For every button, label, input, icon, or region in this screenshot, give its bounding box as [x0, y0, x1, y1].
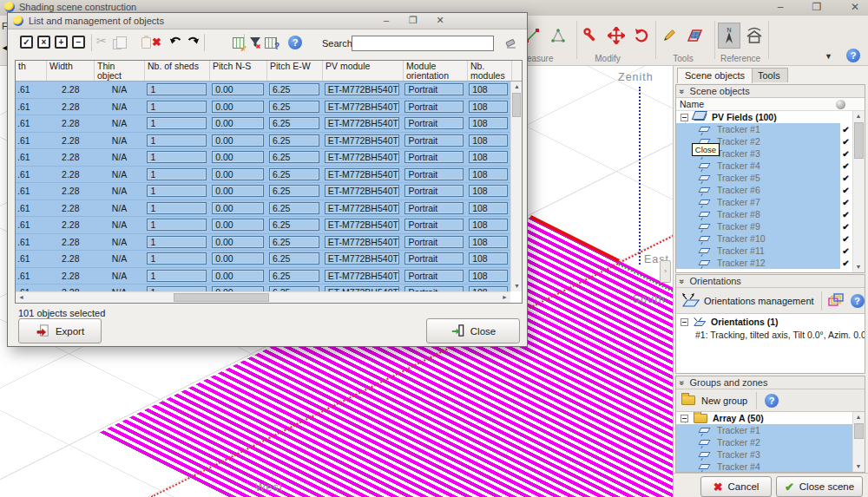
rotate-icon[interactable] [630, 24, 653, 47]
redo-icon[interactable] [187, 36, 201, 51]
table-row[interactable]: .612.28N/A10.006.25ET-M772BH540TWPortrai… [16, 115, 510, 133]
tree-item-tracker[interactable]: Tracker #10 [676, 232, 840, 245]
table-cell[interactable]: 0.00 [209, 167, 266, 183]
table-cell[interactable]: 108 [466, 99, 510, 115]
cell-editor[interactable]: 1 [147, 202, 207, 214]
dialog-titlebar[interactable]: List and management of objects – ❐ ✕ [8, 13, 527, 29]
table-cell[interactable]: 108 [466, 149, 510, 166]
tree-collapse-icon[interactable] [681, 318, 688, 326]
scroll-up-icon[interactable]: ▲ [511, 82, 523, 92]
table-cell[interactable]: N/A [95, 284, 145, 291]
table-cell[interactable]: .61 [16, 234, 47, 251]
tree-item-tracker[interactable]: Tracker #11 [676, 245, 840, 257]
table-cell[interactable]: 1 [144, 200, 209, 217]
table-cell[interactable]: .61 [16, 284, 47, 291]
table-cell[interactable]: 2.28 [47, 167, 95, 183]
table-cell[interactable]: 1 [144, 82, 209, 98]
help-icon[interactable]: ? [765, 394, 779, 408]
scrollbar-thumb[interactable] [854, 122, 864, 159]
help-icon[interactable]: ? [288, 36, 302, 49]
tree-item-tracker[interactable]: Tracker #4 [676, 461, 852, 472]
zone-tool-icon[interactable] [682, 24, 705, 47]
table-cell[interactable]: 1 [144, 149, 209, 166]
column-header[interactable]: Thin object [95, 61, 145, 81]
table-cell[interactable]: N/A [95, 234, 145, 251]
table-cell[interactable]: Portrait [402, 115, 466, 132]
copy-icon[interactable] [113, 39, 122, 49]
table-cell[interactable]: 2.28 [47, 82, 95, 98]
cell-editor[interactable]: 1 [147, 168, 207, 180]
cell-editor[interactable]: 0.00 [212, 270, 264, 282]
table-cell[interactable]: Portrait [402, 183, 466, 199]
panel-collapse-handle[interactable]: › [660, 260, 671, 283]
table-cell[interactable]: 1 [144, 115, 209, 132]
house-reference-icon[interactable] [743, 24, 766, 47]
table-cell[interactable]: 0.00 [209, 217, 266, 233]
measure-angle-icon[interactable] [547, 24, 569, 47]
cell-editor[interactable]: ET-M772BH540TW [325, 219, 400, 231]
cell-editor[interactable]: 6.25 [269, 83, 319, 95]
compass-north-icon[interactable]: N [718, 23, 740, 49]
cell-editor[interactable]: ET-M772BH540TW [325, 236, 400, 248]
orientations-copy-icon[interactable] [828, 293, 844, 309]
cell-editor[interactable]: 1 [147, 185, 207, 197]
cell-editor[interactable]: 108 [469, 83, 508, 95]
cell-editor[interactable]: ET-M772BH540TW [325, 252, 400, 265]
dialog-close-action-button[interactable]: Close [426, 318, 520, 343]
dialog-minimize-button[interactable]: – [376, 14, 397, 28]
cut-icon[interactable]: ✂ [96, 34, 107, 48]
cell-editor[interactable]: 108 [469, 101, 508, 113]
tree-item-tracker[interactable]: Tracker #9 [676, 220, 840, 232]
cell-editor[interactable]: 108 [469, 168, 508, 180]
table-cell[interactable]: 1 [144, 217, 209, 233]
tree-scrollbar[interactable]: ▲ ▼ [852, 111, 865, 272]
table-cell[interactable]: 108 [466, 268, 510, 284]
table-cell[interactable]: Portrait [402, 82, 466, 98]
cell-editor[interactable]: 0.00 [212, 101, 264, 113]
cell-editor[interactable]: 6.25 [269, 117, 319, 129]
cell-editor[interactable]: 108 [469, 185, 508, 197]
table-cell[interactable]: N/A [95, 268, 145, 284]
table-cell[interactable]: Portrait [402, 133, 466, 149]
column-header[interactable]: Pitch E-W [267, 61, 323, 81]
column-header[interactable]: Width [47, 61, 95, 81]
table-cell[interactable]: 6.25 [266, 234, 322, 251]
tab-scene-objects[interactable]: Scene objects [677, 68, 753, 83]
table-cell[interactable]: 1 [144, 167, 209, 183]
table-cell[interactable]: N/A [95, 99, 145, 115]
table-cell[interactable]: 6.25 [266, 284, 322, 291]
table-cell[interactable]: 1 [144, 268, 209, 284]
orientation-item[interactable]: #1: Tracking, tilted axis, Tilt 0.0°, Az… [695, 329, 865, 341]
visibility-checkmark[interactable]: ✔ [840, 160, 852, 172]
cell-editor[interactable]: 1 [147, 101, 207, 113]
table-cell[interactable]: .61 [16, 115, 47, 132]
orientations-header[interactable]: » Orientations [676, 275, 865, 288]
cell-editor[interactable]: 1 [147, 270, 207, 282]
table-cell[interactable]: 2.28 [47, 133, 95, 149]
cell-editor[interactable]: 6.25 [269, 270, 319, 282]
scrollbar-thumb[interactable] [512, 93, 521, 117]
table-cell[interactable]: 0.00 [209, 200, 266, 217]
table-cell[interactable]: 1 [144, 133, 209, 149]
undo-icon[interactable] [168, 36, 182, 51]
table-cell[interactable]: 1 [144, 99, 209, 115]
table-row[interactable]: .612.28N/A10.006.25ET-M772BH540TWPortrai… [16, 234, 510, 252]
table-cell[interactable]: 108 [466, 167, 510, 183]
table-cell[interactable]: ET-M772BH540TW [322, 99, 403, 115]
cell-editor[interactable]: 1 [147, 236, 207, 248]
tree-root-orientations[interactable]: Orientations (1) [676, 316, 865, 328]
table-cell[interactable]: 6.25 [266, 82, 322, 98]
table-cell[interactable]: Portrait [402, 284, 466, 291]
visibility-checkmark[interactable]: ✔ [840, 135, 852, 147]
orientations-management-label[interactable]: Orientations management [704, 296, 814, 306]
visibility-checkmark[interactable]: ✔ [840, 184, 852, 196]
visibility-checkmark[interactable]: ✔ [840, 257, 852, 269]
cell-editor[interactable]: 108 [469, 219, 508, 231]
cell-editor[interactable]: 0.00 [212, 252, 264, 265]
cell-editor[interactable]: 0.00 [212, 202, 264, 214]
tree-collapse-icon[interactable] [681, 114, 688, 121]
table-row[interactable]: .612.28N/A10.006.25ET-M772BH540TWPortrai… [16, 99, 510, 116]
table-cell[interactable]: 2.28 [47, 217, 95, 233]
table-row[interactable]: .612.28N/A10.006.25ET-M772BH540TWPortrai… [16, 82, 510, 99]
table-cell[interactable]: 108 [466, 284, 510, 291]
